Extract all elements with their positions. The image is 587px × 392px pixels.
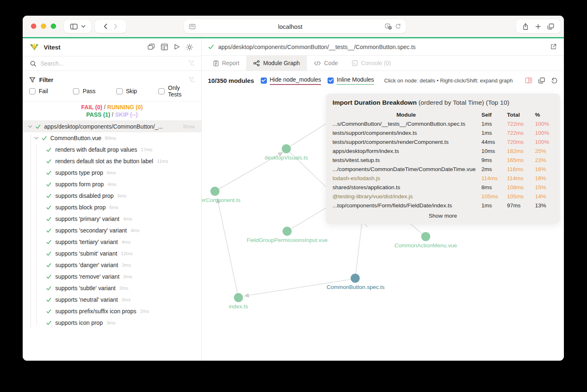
table-row[interactable]: tests/vitest.setup.ts9ms165ms23% bbox=[332, 155, 553, 164]
test-row[interactable]: supports 'tertiary' variant4ms bbox=[23, 236, 201, 248]
table-row[interactable]: ...s/CommonButton/__tests__/CommonButton… bbox=[332, 119, 553, 128]
graph-node-label[interactable]: desktopVisuals.ts bbox=[265, 155, 308, 161]
tab-code[interactable]: Code bbox=[307, 56, 345, 70]
cell-module: ...top/components/Form/fields/FieldDate/… bbox=[332, 202, 480, 209]
checkbox-icon[interactable] bbox=[73, 88, 79, 94]
details-panel-icon[interactable] bbox=[525, 77, 532, 84]
test-row[interactable]: supports block prop6ms bbox=[23, 202, 201, 213]
checkbox-checked-icon[interactable] bbox=[261, 77, 267, 84]
test-row[interactable]: supports disabled prop6ms bbox=[23, 190, 201, 202]
graph-node[interactable] bbox=[234, 293, 243, 302]
filter-checkbox-only-tests[interactable]: Only Tests bbox=[158, 85, 195, 98]
col-self: Self bbox=[481, 112, 505, 118]
table-row[interactable]: tests/support/components/index.ts1ms722m… bbox=[332, 128, 553, 137]
test-row[interactable]: supports 'remove' variant3ms bbox=[23, 271, 201, 282]
new-tab-icon[interactable] bbox=[535, 24, 541, 29]
main-panel: apps/desktop/components/CommonButton/__t… bbox=[202, 38, 564, 361]
table-row[interactable]: @testing-library/vue/dist/index.js105ms1… bbox=[332, 192, 553, 201]
filter-checkbox-fail[interactable]: Fail bbox=[29, 88, 73, 94]
test-row[interactable]: supports 'subtle' variant2ms bbox=[23, 282, 201, 294]
table-row[interactable]: ...top/components/Form/fields/FieldDate/… bbox=[332, 201, 553, 210]
back-icon[interactable] bbox=[104, 23, 107, 29]
expand-graph-icon[interactable] bbox=[538, 77, 545, 84]
panel-subtitle: (ordered by Total Time) (Top 10) bbox=[418, 99, 509, 106]
test-row[interactable]: supports 'danger' variant3ms bbox=[23, 259, 201, 271]
clear-search-filter-icon[interactable] bbox=[189, 61, 195, 66]
checkbox-label: Hide node_modules bbox=[270, 76, 321, 85]
hide-node-modules-checkbox[interactable]: Hide node_modules bbox=[261, 76, 321, 85]
cell-module: ...s/CommonButton/__tests__/CommonButton… bbox=[332, 121, 480, 127]
graph-node-active[interactable] bbox=[351, 274, 360, 283]
table-row[interactable]: shared/stores/application.ts8ms108ms15% bbox=[332, 183, 553, 192]
show-more-link[interactable]: Show more bbox=[332, 213, 553, 219]
share-icon[interactable] bbox=[523, 23, 528, 30]
test-row[interactable]: supports type prop6ms bbox=[23, 167, 201, 178]
clear-filter-icon[interactable] bbox=[189, 77, 195, 83]
suite-row[interactable]: CommonButton.vue 90ms bbox=[23, 132, 201, 144]
graph-node[interactable] bbox=[283, 227, 292, 236]
test-row[interactable]: supports form prop4ms bbox=[23, 178, 201, 190]
close-window-button[interactable] bbox=[31, 23, 36, 29]
graph-node-label[interactable]: erComponent.ts bbox=[202, 197, 240, 203]
graph-node-label[interactable]: index.ts bbox=[229, 303, 248, 310]
tabs-overview-icon[interactable] bbox=[547, 23, 554, 30]
graph-node[interactable] bbox=[421, 232, 430, 241]
cell-total: 108ms bbox=[507, 184, 533, 190]
page-format-icon[interactable] bbox=[189, 24, 196, 29]
tab-module-graph[interactable]: Module Graph bbox=[246, 56, 307, 70]
test-row[interactable]: renders with default prop values17ms bbox=[23, 144, 201, 155]
tab-console[interactable]: Console (0) bbox=[345, 56, 398, 70]
minimize-window-button[interactable] bbox=[41, 23, 46, 29]
test-row[interactable]: supports 'neutral' variant3ms bbox=[23, 294, 201, 305]
collapse-panels-icon[interactable] bbox=[148, 44, 155, 51]
theme-toggle-icon[interactable] bbox=[186, 44, 193, 51]
sidebar-toggle-icon[interactable] bbox=[70, 23, 78, 30]
translate-icon[interactable]: A bbox=[385, 23, 392, 30]
checkbox-icon[interactable] bbox=[116, 88, 123, 94]
zoom-window-button[interactable] bbox=[51, 23, 56, 29]
chevron-down-icon[interactable] bbox=[34, 137, 38, 139]
test-row[interactable]: supports 'submit' variant12ms bbox=[23, 248, 201, 259]
table-row[interactable]: .../components/CommonDateTime/CommonDate… bbox=[332, 164, 553, 174]
table-row[interactable]: apps/desktop/form/index.ts10ms182ms25% bbox=[332, 146, 553, 155]
table-row[interactable]: lodash-es/lodash.js114ms114ms16% bbox=[332, 174, 553, 183]
run-all-icon[interactable] bbox=[174, 44, 180, 51]
file-name: apps/desktop/components/CommonButton/_..… bbox=[44, 123, 180, 130]
filter-checkbox-skip[interactable]: Skip bbox=[116, 88, 158, 94]
inline-modules-checkbox[interactable]: Inline Modules bbox=[328, 76, 374, 85]
test-file-row[interactable]: apps/desktop/components/CommonButton/_..… bbox=[23, 121, 201, 132]
dashboard-icon[interactable] bbox=[161, 44, 168, 51]
chevron-down-icon[interactable] bbox=[28, 125, 32, 128]
table-row[interactable]: tests/support/components/renderComponent… bbox=[332, 137, 553, 146]
graph-node-label[interactable]: CommonActionMenu.vue bbox=[394, 242, 457, 249]
vitest-app: Vitest bbox=[23, 38, 564, 361]
graph-node-label[interactable]: FieldGroupPermissionsInput.vue bbox=[247, 237, 328, 243]
test-row[interactable]: supports 'secondary' variant4ms bbox=[23, 225, 201, 236]
test-duration: 4ms bbox=[123, 216, 132, 221]
forward-icon[interactable] bbox=[114, 23, 118, 29]
test-row[interactable]: supports prefix/suffix icon props2ms bbox=[23, 305, 201, 317]
graph-node[interactable] bbox=[210, 187, 219, 196]
search-input[interactable] bbox=[40, 60, 184, 67]
checkbox-icon[interactable] bbox=[29, 88, 35, 94]
url-text[interactable]: localhost bbox=[196, 23, 385, 30]
open-in-editor-icon[interactable] bbox=[550, 44, 556, 50]
module-graph-canvas[interactable]: desktopVisuals.ts erComponent.ts FieldGr… bbox=[202, 90, 564, 361]
address-bar[interactable]: localhost A bbox=[184, 19, 406, 33]
cell-self: 1ms bbox=[481, 121, 505, 127]
tab-label: Console (0) bbox=[361, 60, 391, 66]
report-icon bbox=[213, 60, 219, 66]
test-row[interactable]: supports icon prop3ms bbox=[23, 317, 201, 329]
test-row[interactable]: renders default slot as the button label… bbox=[23, 155, 201, 167]
reset-graph-icon[interactable] bbox=[551, 77, 557, 84]
chevron-down-icon[interactable] bbox=[81, 25, 85, 28]
tab-report[interactable]: Report bbox=[206, 56, 246, 70]
test-row[interactable]: supports 'primary' variant4ms bbox=[23, 213, 201, 225]
graph-node[interactable] bbox=[282, 144, 291, 153]
screen: localhost A bbox=[0, 0, 587, 392]
checkbox-icon[interactable] bbox=[158, 88, 165, 94]
graph-node-label[interactable]: CommonButton.spec.ts bbox=[327, 284, 384, 290]
reload-icon[interactable] bbox=[395, 23, 401, 29]
checkbox-checked-icon[interactable] bbox=[328, 77, 334, 84]
filter-checkbox-pass[interactable]: Pass bbox=[73, 88, 116, 94]
